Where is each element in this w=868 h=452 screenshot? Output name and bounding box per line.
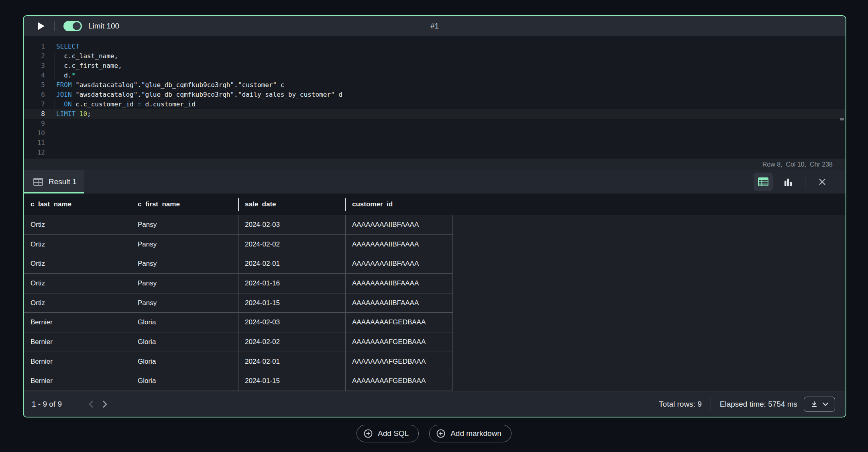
table-cell: Gloria — [131, 352, 238, 372]
table-row: OrtizPansy2024-02-03AAAAAAAAIIBFAAAA — [24, 215, 453, 235]
sql-query-cell: Limit 100 #1 1SELECT2 c.c_last_name,3 c.… — [23, 15, 846, 417]
table-row: BernierGloria2024-01-15AAAAAAAAFGEDBAAA — [24, 371, 453, 391]
code-text: FROM "awsdatacatalog"."glue_db_cqmfkub9c… — [45, 80, 284, 90]
next-page-button[interactable] — [98, 397, 112, 411]
table-cell: AAAAAAAAIIBFAAAA — [346, 274, 453, 293]
code-line[interactable]: 7 ON c.c_customer_id = d.customer_id — [24, 100, 846, 109]
limit-100-toggle[interactable] — [63, 21, 82, 31]
code-line[interactable]: 4 d.* — [24, 71, 846, 80]
table-view-button[interactable] — [754, 173, 773, 191]
indent-guide — [55, 51, 55, 61]
table-cell: 2024-02-03 — [238, 313, 346, 332]
results-footer: 1 - 9 of 9 Total rows: 9 Elapsed time: 5… — [24, 391, 846, 417]
table-cell: Ortiz — [24, 215, 131, 235]
cell-number-label: #1 — [24, 22, 846, 31]
table-cell: Gloria — [131, 371, 238, 391]
chevron-left-icon — [88, 400, 94, 408]
toolbar-divider — [54, 21, 55, 31]
elapsed-time-label: Elapsed time: 5754 ms — [720, 400, 797, 409]
table-row: BernierGloria2024-02-01AAAAAAAAFGEDBAAA — [24, 352, 453, 372]
indent-guide — [55, 100, 55, 109]
play-icon — [37, 22, 45, 31]
table-cell: Pansy — [131, 274, 238, 293]
indent-guide — [55, 61, 55, 71]
table-cell: 2024-02-01 — [238, 254, 346, 274]
download-icon — [810, 400, 818, 408]
line-number: 1 — [24, 42, 45, 51]
table-cell: AAAAAAAAFGEDBAAA — [346, 332, 453, 352]
table-cell: 2024-02-02 — [238, 332, 346, 352]
previous-page-button[interactable] — [84, 397, 98, 411]
table-cell: 2024-02-01 — [238, 352, 346, 372]
line-number: 9 — [24, 119, 45, 128]
line-number: 8 — [24, 109, 45, 119]
line-number: 10 — [24, 128, 45, 138]
column-header-c_first_name[interactable]: c_first_name — [131, 193, 238, 215]
line-number: 6 — [24, 90, 45, 100]
table-cell: Ortiz — [24, 293, 131, 313]
line-number: 3 — [24, 61, 45, 71]
table-cell: Pansy — [131, 235, 238, 255]
code-line[interactable]: 5FROM "awsdatacatalog"."glue_db_cqmfkub9… — [24, 80, 846, 90]
indent-guide — [55, 71, 55, 80]
column-header-c_last_name[interactable]: c_last_name — [24, 193, 131, 215]
add-sql-button[interactable]: Add SQL — [357, 425, 419, 442]
code-line[interactable]: 9 — [24, 119, 846, 128]
column-header-customer_id[interactable]: customer_id — [345, 193, 452, 215]
tab-result-1[interactable]: Result 1 — [24, 170, 84, 193]
bar-chart-icon — [783, 177, 793, 187]
line-number: 7 — [24, 100, 45, 109]
toggle-knob-icon — [73, 22, 81, 30]
code-line[interactable]: 1SELECT — [24, 42, 846, 51]
table-cell: Gloria — [131, 313, 238, 332]
limit-toggle-label: Limit 100 — [88, 22, 119, 31]
column-header-sale_date[interactable]: sale_date — [238, 193, 345, 215]
code-line[interactable]: 8LIMIT 10; — [24, 109, 846, 119]
footer-divider — [711, 397, 711, 411]
code-line[interactable]: 10 — [24, 128, 846, 138]
code-text: LIMIT 10; — [45, 109, 91, 119]
editor-statusbar: Row 8, Col 10, Chr 238 — [24, 159, 846, 170]
result-tab-label: Result 1 — [49, 177, 77, 186]
line-number: 2 — [24, 51, 45, 61]
close-results-button[interactable] — [813, 173, 832, 191]
add-markdown-button[interactable]: Add markdown — [429, 425, 511, 442]
close-icon — [818, 177, 827, 186]
table-cell: Bernier — [24, 371, 131, 391]
code-text: JOIN "awsdatacatalog"."glue_db_cqmfkub9c… — [45, 90, 342, 100]
code-line[interactable]: 2 c.c_last_name, — [24, 51, 846, 61]
table-row: BernierGloria2024-02-02AAAAAAAAFGEDBAAA — [24, 332, 453, 352]
table-cell: Gloria — [131, 332, 238, 352]
code-text: c.c_first_name, — [45, 61, 122, 71]
editor-scrollbar-thumb[interactable] — [840, 118, 844, 120]
results-table-body: OrtizPansy2024-02-03AAAAAAAAIIBFAAAAOrti… — [24, 215, 846, 391]
code-text — [45, 119, 56, 128]
table-cell: AAAAAAAAIIBFAAAA — [346, 215, 453, 235]
download-results-button[interactable] — [804, 397, 835, 412]
table-cell: Ortiz — [24, 274, 131, 293]
table-cell: 2024-01-15 — [238, 293, 346, 313]
sql-editor[interactable]: 1SELECT2 c.c_last_name,3 c.c_first_name,… — [24, 36, 846, 159]
table-cell: AAAAAAAAIIBFAAAA — [346, 293, 453, 313]
table-cell: AAAAAAAAFGEDBAAA — [346, 352, 453, 372]
results-table: OrtizPansy2024-02-03AAAAAAAAIIBFAAAAOrti… — [24, 215, 453, 391]
chevron-down-icon — [822, 402, 829, 406]
code-text — [45, 148, 56, 157]
add-actions-bar: Add SQL Add markdown — [0, 425, 868, 442]
code-text: SELECT — [45, 42, 79, 51]
table-cell: Bernier — [24, 313, 131, 332]
table-cell: 2024-01-15 — [238, 371, 346, 391]
table-row: BernierGloria2024-02-03AAAAAAAAFGEDBAAA — [24, 313, 453, 332]
chart-view-button[interactable] — [778, 173, 798, 191]
table-cell: 2024-01-16 — [238, 274, 346, 293]
code-line[interactable]: 6JOIN "awsdatacatalog"."glue_db_cqmfkub9… — [24, 90, 846, 100]
table-cell: AAAAAAAAIIBFAAAA — [346, 235, 453, 255]
line-number: 12 — [24, 148, 45, 157]
run-query-button[interactable] — [34, 19, 48, 33]
code-line[interactable]: 12 — [24, 148, 846, 157]
code-line[interactable]: 11 — [24, 138, 846, 148]
table-cell: Bernier — [24, 332, 131, 352]
line-number: 5 — [24, 80, 45, 90]
cursor-position-label: Row 8, Col 10, Chr 238 — [762, 161, 833, 168]
code-line[interactable]: 3 c.c_first_name, — [24, 61, 846, 71]
